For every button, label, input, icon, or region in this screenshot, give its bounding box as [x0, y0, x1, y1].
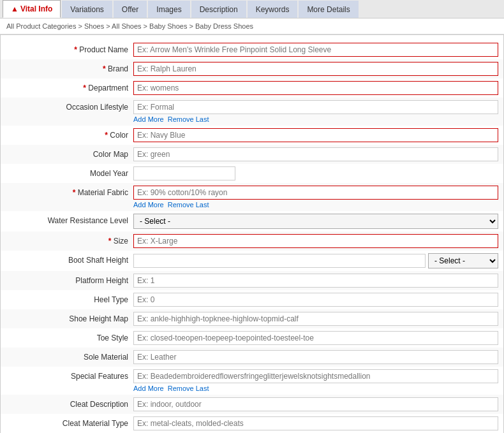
input-department[interactable]	[133, 81, 498, 95]
label-sole-material: Sole Material	[6, 350, 133, 362]
content-water-resistance: - Select - None Water Resistant Waterpro…	[133, 214, 498, 229]
row-occasion-lifestyle: Occasion Lifestyle Add More Remove Last	[1, 98, 503, 126]
row-cleat-material-type: Cleat Material Type	[1, 414, 503, 433]
content-cleat-description	[133, 397, 498, 411]
row-color-map: Color Map	[1, 145, 503, 164]
content-product-name	[133, 43, 498, 57]
select-boot-shaft[interactable]: - Select - Low Mid High Over the Knee	[428, 253, 498, 268]
tabs-bar: ▲Vital Info Variations Offer Images Desc…	[0, 0, 504, 18]
row-department: * Department	[1, 78, 503, 98]
content-shoe-height-map	[133, 312, 498, 326]
material-links: Add More Remove Last	[133, 201, 498, 209]
input-cleat-material-type[interactable]	[133, 416, 498, 430]
label-color: * Color	[6, 128, 133, 140]
input-color-map[interactable]	[133, 147, 498, 161]
label-occasion-lifestyle: Occasion Lifestyle	[6, 100, 133, 112]
row-product-name: * Product Name	[1, 40, 503, 59]
label-color-map: Color Map	[6, 147, 133, 159]
tab-keywords[interactable]: Keywords	[248, 1, 298, 18]
form-container: * Product Name * Brand * Department Occa…	[0, 34, 504, 433]
tab-images[interactable]: Images	[148, 1, 189, 18]
content-color	[133, 128, 498, 142]
material-remove-last[interactable]: Remove Last	[168, 201, 209, 209]
breadcrumb: All Product Categories > Shoes > All Sho…	[0, 18, 504, 34]
label-cleat-material-type: Cleat Material Type	[6, 416, 133, 428]
occasion-add-more[interactable]: Add More	[133, 115, 164, 123]
input-size[interactable]	[133, 234, 498, 248]
content-sole-material	[133, 350, 498, 364]
occasion-links: Add More Remove Last	[133, 115, 498, 123]
input-special-features[interactable]	[133, 369, 498, 383]
input-shoe-height-map[interactable]	[133, 312, 498, 326]
content-model-year	[133, 166, 498, 180]
tab-more-details[interactable]: More Details	[299, 1, 358, 18]
row-model-year: Model Year	[1, 164, 503, 183]
special-features-add-more[interactable]: Add More	[133, 385, 164, 392]
label-size: * Size	[6, 234, 133, 246]
row-sole-material: Sole Material	[1, 348, 503, 367]
input-heel-type[interactable]	[133, 293, 498, 307]
tab-offer[interactable]: Offer	[114, 1, 147, 18]
label-boot-shaft-height: Boot Shaft Height	[6, 253, 133, 265]
label-model-year: Model Year	[6, 166, 133, 178]
input-material-fabric[interactable]	[133, 186, 498, 200]
input-color[interactable]	[133, 128, 498, 142]
row-boot-shaft-height: Boot Shaft Height - Select - Low Mid Hig…	[1, 251, 503, 271]
row-platform-height: Platform Height	[1, 271, 503, 290]
content-special-features: Add More Remove Last	[133, 369, 498, 392]
label-toe-style: Toe Style	[6, 331, 133, 342]
tab-description[interactable]: Description	[191, 1, 246, 18]
label-product-name: * Product Name	[6, 43, 133, 54]
label-water-resistance: Water Resistance Level	[6, 214, 133, 225]
input-platform-height[interactable]	[133, 274, 498, 288]
row-color: * Color	[1, 126, 503, 145]
boot-shaft-input-row: - Select - Low Mid High Over the Knee	[133, 253, 498, 268]
label-platform-height: Platform Height	[6, 274, 133, 285]
label-cleat-description: Cleat Description	[6, 397, 133, 409]
row-special-features: Special Features Add More Remove Last	[1, 367, 503, 395]
label-department: * Department	[6, 81, 133, 92]
special-features-links: Add More Remove Last	[133, 385, 498, 392]
content-occasion-lifestyle: Add More Remove Last	[133, 100, 498, 123]
select-water-resistance[interactable]: - Select - None Water Resistant Waterpro…	[133, 214, 498, 229]
input-sole-material[interactable]	[133, 350, 498, 364]
tab-variations[interactable]: Variations	[62, 1, 112, 18]
input-brand[interactable]	[133, 62, 498, 76]
input-product-name[interactable]	[133, 43, 498, 57]
input-occasion-lifestyle[interactable]	[133, 100, 498, 114]
input-boot-shaft-height[interactable]	[133, 254, 426, 268]
label-shoe-height-map: Shoe Height Map	[6, 312, 133, 323]
row-brand: * Brand	[1, 59, 503, 78]
content-color-map	[133, 147, 498, 161]
input-model-year[interactable]	[133, 166, 235, 180]
special-features-remove-last[interactable]: Remove Last	[168, 385, 209, 392]
row-water-resistance: Water Resistance Level - Select - None W…	[1, 211, 503, 231]
tab-vital-info[interactable]: ▲Vital Info	[3, 0, 61, 18]
content-brand	[133, 62, 498, 76]
row-toe-style: Toe Style	[1, 328, 503, 348]
content-platform-height	[133, 274, 498, 288]
row-cleat-description: Cleat Description	[1, 395, 503, 414]
label-heel-type: Heel Type	[6, 293, 133, 304]
content-cleat-material-type	[133, 416, 498, 430]
material-add-more[interactable]: Add More	[133, 201, 164, 209]
label-material-fabric: * Material Fabric	[6, 186, 133, 197]
vital-info-icon: ▲	[11, 4, 19, 13]
row-material-fabric: * Material Fabric Add More Remove Last	[1, 183, 503, 211]
row-heel-type: Heel Type	[1, 290, 503, 309]
content-toe-style	[133, 331, 498, 345]
content-boot-shaft-height: - Select - Low Mid High Over the Knee	[133, 253, 498, 268]
content-heel-type	[133, 293, 498, 307]
content-size	[133, 234, 498, 248]
label-brand: * Brand	[6, 62, 133, 73]
content-material-fabric: Add More Remove Last	[133, 186, 498, 209]
label-special-features: Special Features	[6, 369, 133, 381]
input-cleat-description[interactable]	[133, 397, 498, 411]
row-shoe-height-map: Shoe Height Map	[1, 309, 503, 328]
occasion-remove-last[interactable]: Remove Last	[168, 115, 209, 123]
input-toe-style[interactable]	[133, 331, 498, 345]
row-size: * Size	[1, 231, 503, 251]
content-department	[133, 81, 498, 95]
